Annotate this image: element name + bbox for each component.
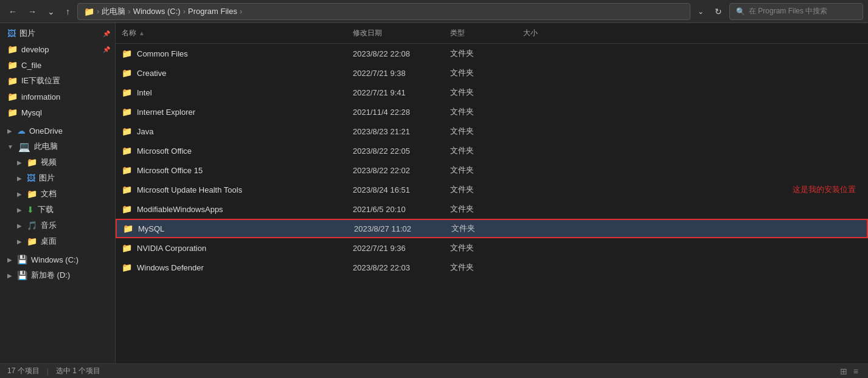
sidebar-item-mysql-nav[interactable]: 📁 Mysql [0, 105, 115, 120]
forward-button[interactable]: → [24, 5, 40, 18]
table-row[interactable]: 📁 Java 2023/8/23 21:21 文件夹 [116, 122, 868, 141]
sidebar-label: 桌面 [41, 236, 57, 247]
expand-icon: ▶ [17, 222, 22, 229]
path-part-c[interactable]: Windows (C:) [133, 7, 181, 16]
expand-icon: ▶ [7, 128, 12, 134]
cloud-icon: ☁ [17, 126, 26, 136]
table-row[interactable]: 📁 MySQL 2023/8/27 11:02 文件夹 [116, 219, 868, 238]
sidebar-label: 视频 [41, 157, 57, 168]
up-button[interactable]: ↑ [62, 5, 74, 18]
image-icon: 🖼 [27, 173, 35, 183]
music-icon: 🎵 [27, 221, 37, 230]
expand-icon: ▶ [17, 175, 22, 182]
folder-icon: 📁 [27, 189, 37, 199]
folder-icon: 📁 [7, 44, 18, 54]
path-part-pc[interactable]: 此电脑 [102, 6, 125, 17]
sidebar-item-information[interactable]: 📁 information [0, 89, 115, 105]
sidebar-label: 文档 [41, 188, 57, 199]
table-row[interactable]: 📁 Internet Explorer 2021/11/4 22:28 文件夹 [116, 102, 868, 122]
file-name-text: Internet Explorer [137, 108, 195, 117]
path-dropdown-button[interactable]: ⌄ [694, 5, 707, 18]
table-row[interactable]: 📁 Creative 2022/7/21 9:38 文件夹 [116, 63, 868, 83]
sidebar-item-windows-c[interactable]: ▶ 💾 Windows (C:) [0, 252, 115, 267]
selected-items: 选中 1 个项目 [56, 366, 100, 376]
expand-icon: ▶ [17, 238, 22, 245]
file-type: 文件夹 [444, 204, 517, 215]
search-box[interactable]: 🔍 在 Program Files 中搜索 [729, 3, 863, 20]
sidebar-label: IE下载位置 [21, 75, 60, 86]
file-date: 2023/8/22 22:08 [347, 49, 444, 58]
file-name-text: MySQL [138, 224, 164, 233]
grid-view-button[interactable]: ⊞ [838, 365, 850, 377]
file-name-cell: 📁 Java [116, 126, 347, 136]
table-row[interactable]: 📁 NVIDIA Corporation 2022/7/21 9:36 文件夹 [116, 238, 868, 258]
sidebar-item-video[interactable]: ▶ 📁 视频 [0, 154, 115, 170]
pc-icon: 💻 [18, 141, 30, 153]
file-name-text: Microsoft Office [137, 146, 192, 156]
drive-icon: 💾 [17, 255, 27, 264]
col-header-type[interactable]: 类型 [444, 26, 517, 41]
table-row[interactable]: 📁 Microsoft Office 2023/8/22 22:05 文件夹 [116, 141, 868, 160]
sidebar-item-music[interactable]: ▶ 🎵 音乐 [0, 218, 115, 233]
file-date: 2023/8/22 22:03 [347, 263, 444, 272]
table-row[interactable]: 📁 Microsoft Update Health Tools 2023/8/2… [116, 180, 868, 199]
sidebar-item-pictures[interactable]: ▶ 🖼 图片 [0, 170, 115, 186]
file-date: 2023/8/24 16:51 [347, 185, 444, 194]
file-type: 文件夹 [444, 145, 517, 156]
sidebar-item-documents[interactable]: ▶ 📁 文档 [0, 186, 115, 202]
folder-icon: 📁 [122, 88, 132, 97]
sidebar-item-cfile[interactable]: 📁 C_file [0, 57, 115, 73]
pin-icon: 📌 [103, 46, 110, 53]
expand-icon: ▶ [7, 256, 12, 263]
expand-icon: ▶ [17, 159, 22, 166]
folder-icon: 📁 [7, 60, 18, 70]
sidebar-item-develop[interactable]: 📁 develop 📌 [0, 41, 115, 57]
list-view-button[interactable]: ≡ [851, 365, 861, 377]
file-name-cell: 📁 Microsoft Update Health Tools [116, 185, 347, 194]
sidebar-item-new-volume-d[interactable]: ▶ 💾 新加卷 (D:) [0, 267, 115, 283]
sidebar-item-pictures-top[interactable]: 🖼 图片 📌 [0, 26, 115, 41]
download-icon: ⬇ [27, 205, 34, 215]
expand-icon: ▶ [17, 191, 22, 198]
sidebar-item-desktop[interactable]: ▶ 📁 桌面 [0, 233, 115, 249]
sidebar-item-downloads[interactable]: ▶ ⬇ 下载 [0, 202, 115, 218]
file-name-cell: 📁 Windows Defender [116, 263, 347, 272]
annotation-text: 这是我的安装位置 [793, 184, 856, 195]
col-header-date[interactable]: 修改日期 [347, 26, 444, 41]
table-row[interactable]: 📁 Intel 2022/7/21 9:41 文件夹 [116, 83, 868, 102]
table-row[interactable]: 📁 Common Files 2023/8/22 22:08 文件夹 [116, 44, 868, 63]
sidebar-label: 图片 [39, 173, 55, 184]
folder-icon: 📁 [27, 157, 37, 167]
file-name-cell: 📁 ModifiableWindowsApps [116, 204, 347, 214]
folder-icon: 📁 [122, 126, 132, 136]
sidebar-label: 音乐 [41, 220, 57, 231]
file-date: 2023/8/22 22:02 [347, 166, 444, 175]
path-part-programfiles[interactable]: Program Files [188, 7, 237, 16]
file-type: 文件夹 [444, 126, 517, 137]
table-row[interactable]: 📁 Windows Defender 2023/8/22 22:03 文件夹 [116, 258, 868, 277]
drive-icon: 💾 [17, 270, 27, 280]
sidebar-label: Mysql [21, 108, 42, 117]
recent-button[interactable]: ⌄ [44, 5, 58, 18]
sidebar-item-thispc[interactable]: ▼ 💻 此电脑 [0, 139, 115, 154]
file-name-text: Common Files [137, 49, 188, 58]
refresh-button[interactable]: ↻ [711, 5, 726, 18]
file-name-text: Creative [137, 69, 166, 78]
sidebar-item-ie-download[interactable]: 📁 IE下载位置 [0, 73, 115, 89]
file-name-text: Microsoft Update Health Tools [137, 185, 242, 194]
col-header-name[interactable]: 名称 ▲ [116, 26, 347, 41]
file-date: 2022/7/21 9:41 [347, 88, 444, 97]
file-name-text: Java [137, 127, 153, 136]
file-name-text: Windows Defender [137, 263, 204, 272]
folder-icon: 📁 [7, 92, 18, 101]
table-row[interactable]: 📁 Microsoft Office 15 2023/8/22 22:02 文件… [116, 160, 868, 180]
table-row[interactable]: 📁 ModifiableWindowsApps 2021/6/5 20:10 文… [116, 199, 868, 219]
sidebar-item-onedrive[interactable]: ▶ ☁ OneDrive [0, 123, 115, 139]
folder-icon: 📁 [7, 108, 18, 117]
folder-icon: 📁 [122, 107, 132, 117]
back-button[interactable]: ← [5, 5, 21, 18]
sidebar-label: Windows (C:) [31, 255, 78, 264]
col-header-size[interactable]: 大小 [517, 26, 578, 41]
file-date: 2023/8/22 22:05 [347, 146, 444, 156]
folder-icon: 📁 [122, 68, 132, 78]
